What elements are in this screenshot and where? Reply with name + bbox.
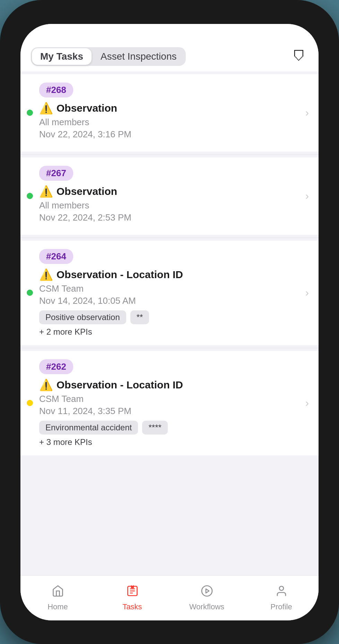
card-title-row-264: ⚠️ Observation - Location ID (39, 268, 308, 281)
card-267[interactable]: #267 ⚠️ Observation All members Nov 22, … (20, 157, 319, 235)
nav-item-home[interactable]: Home (20, 576, 95, 620)
chevron-267: › (305, 190, 309, 202)
kpi-tags-264: Positive observation ** (39, 310, 308, 324)
card-id-262: #262 (39, 359, 73, 374)
kpi-tag-262-0: Environmental accident (39, 421, 138, 435)
card-subtitle-262: CSM Team (39, 394, 308, 404)
card-date-268: Nov 22, 2024, 3:16 PM (39, 129, 308, 140)
home-icon (52, 585, 64, 600)
card-id-268: #268 (39, 83, 73, 97)
nav-label-workflows: Workflows (189, 602, 224, 611)
profile-icon (275, 585, 288, 600)
content-area: #268 ⚠️ Observation All members Nov 22, … (20, 71, 319, 575)
divider-1 (20, 154, 319, 155)
status-dot-267 (27, 193, 33, 199)
header: My Tasks Asset Inspections ⛉ (20, 43, 319, 71)
card-262[interactable]: #262 ⚠️ Observation - Location ID CSM Te… (20, 351, 319, 455)
status-bar (20, 24, 319, 43)
card-date-264: Nov 14, 2024, 10:05 AM (39, 295, 308, 306)
card-title-268: Observation (56, 102, 117, 114)
card-268[interactable]: #268 ⚠️ Observation All members Nov 22, … (20, 74, 319, 152)
kpi-tag-264-1: ** (130, 310, 149, 324)
tab-asset-inspections[interactable]: Asset Inspections (92, 48, 185, 65)
chevron-268: › (305, 107, 309, 119)
nav-item-profile[interactable]: Profile (244, 576, 319, 620)
nav-item-tasks[interactable]: Tasks (95, 576, 170, 620)
workflows-icon (201, 585, 213, 600)
nav-item-workflows[interactable]: Workflows (170, 576, 244, 620)
warning-icon-268: ⚠️ (39, 102, 53, 115)
card-title-row-268: ⚠️ Observation (39, 102, 308, 115)
svg-marker-5 (206, 589, 209, 593)
chevron-262: › (305, 397, 309, 409)
more-kpis-262: + 3 more KPIs (39, 437, 308, 447)
chevron-264: › (305, 287, 309, 299)
status-dot-264 (27, 290, 33, 296)
nav-label-tasks: Tasks (122, 602, 142, 611)
card-date-267: Nov 22, 2024, 2:53 PM (39, 212, 308, 223)
status-dot-268 (27, 110, 33, 116)
tasks-icon (126, 585, 139, 600)
kpi-tag-262-1: **** (142, 421, 167, 435)
nav-label-profile: Profile (270, 602, 292, 611)
card-title-262: Observation - Location ID (56, 379, 183, 391)
notch (131, 0, 208, 15)
svg-point-6 (279, 586, 284, 590)
card-title-row-267: ⚠️ Observation (39, 185, 308, 198)
card-title-267: Observation (56, 186, 117, 197)
phone-screen: My Tasks Asset Inspections ⛉ #268 ⚠️ Obs… (20, 24, 319, 620)
card-title-264: Observation - Location ID (56, 269, 183, 281)
warning-icon-267: ⚠️ (39, 185, 53, 198)
card-title-row-262: ⚠️ Observation - Location ID (39, 378, 308, 392)
more-kpis-264: + 2 more KPIs (39, 327, 308, 337)
tab-group: My Tasks Asset Inspections (31, 47, 186, 66)
card-264[interactable]: #264 ⚠️ Observation - Location ID CSM Te… (20, 241, 319, 345)
card-date-262: Nov 11, 2024, 3:35 PM (39, 406, 308, 417)
svg-point-4 (202, 586, 212, 596)
warning-icon-262: ⚠️ (39, 378, 53, 392)
warning-icon-264: ⚠️ (39, 268, 53, 281)
card-subtitle-264: CSM Team (39, 283, 308, 294)
filter-button[interactable]: ⛉ (290, 48, 308, 66)
card-subtitle-268: All members (39, 117, 308, 128)
divider-2 (20, 238, 319, 238)
status-dot-262 (27, 400, 33, 406)
card-id-267: #267 (39, 166, 73, 181)
card-id-264: #264 (39, 249, 73, 264)
tab-my-tasks[interactable]: My Tasks (32, 48, 92, 65)
divider-3 (20, 348, 319, 348)
kpi-tag-264-0: Positive observation (39, 310, 126, 324)
bottom-nav: Home Tasks (20, 575, 319, 620)
phone-frame: My Tasks Asset Inspections ⛉ #268 ⚠️ Obs… (0, 0, 339, 644)
filter-icon: ⛉ (293, 49, 306, 64)
nav-label-home: Home (47, 602, 68, 611)
card-subtitle-267: All members (39, 200, 308, 211)
kpi-tags-262: Environmental accident **** (39, 421, 308, 435)
